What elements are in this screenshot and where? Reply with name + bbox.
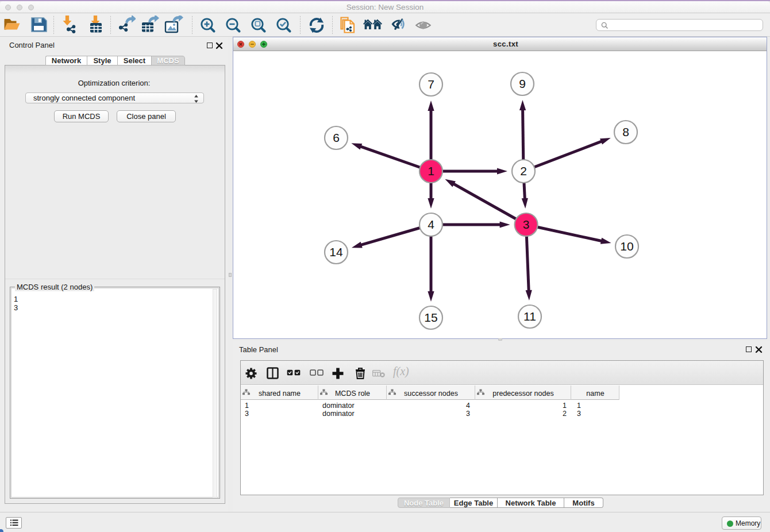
svg-text:15: 15 [424, 311, 437, 324]
svg-text:2: 2 [520, 164, 527, 178]
svg-text:11: 11 [523, 310, 536, 323]
svg-text:7: 7 [428, 78, 434, 91]
svg-text:14: 14 [329, 245, 343, 259]
svg-text:8: 8 [622, 125, 629, 138]
svg-text:6: 6 [333, 131, 340, 144]
svg-text:9: 9 [519, 77, 526, 90]
svg-text:3: 3 [523, 218, 530, 231]
svg-text:4: 4 [428, 218, 434, 231]
svg-text:1: 1 [428, 164, 434, 178]
svg-text:10: 10 [620, 240, 633, 253]
